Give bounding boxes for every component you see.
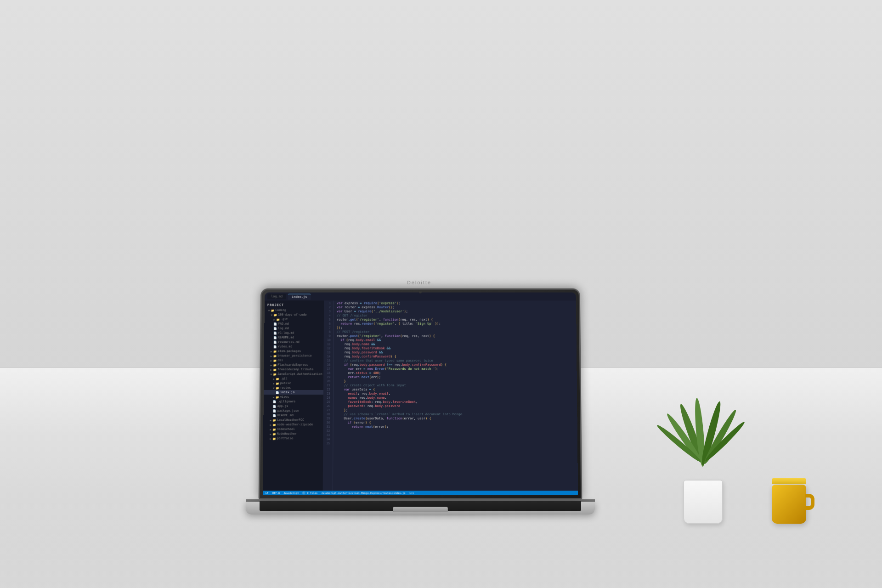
sidebar-item-label: freecodecamp_tribute <box>277 368 313 371</box>
sidebar-item-label: 100-days-of-code <box>278 313 306 317</box>
file-icon: 📄 <box>273 327 277 330</box>
sidebar-item-log[interactable]: 📄 log.md <box>264 326 324 331</box>
sidebar-item-gitignore[interactable]: 📄 .gitignore <box>264 399 323 404</box>
status-cursor: 1:1 <box>409 492 414 494</box>
folder-icon: 📁 <box>272 437 276 440</box>
sidebar-item-label: portfolio <box>277 436 293 440</box>
sidebar-item-atom[interactable]: ▶ 📁 atom-packages <box>264 349 324 353</box>
file-icon: 📄 <box>273 340 277 344</box>
webcam-dot <box>419 291 422 294</box>
file-icon: 📄 <box>273 400 276 403</box>
sidebar-item-appjs[interactable]: 📄 app.js <box>264 404 323 408</box>
mug-top <box>772 478 806 484</box>
tab-index-js[interactable]: index.js <box>288 294 311 300</box>
sidebar-item-resources[interactable]: 📄 resources.md <box>264 339 324 344</box>
sidebar-item-label: r1-log.md <box>278 331 294 335</box>
folder-icon: 📁 <box>273 354 276 357</box>
file-icon: 📄 <box>273 409 276 413</box>
plant <box>652 396 753 524</box>
sidebar-item-label: atom-packages <box>277 349 301 353</box>
yellow-mug <box>772 479 806 524</box>
sidebar-item-browser[interactable]: ▶ 📁 browser_persistence <box>264 353 324 358</box>
folder-icon: 📁 <box>273 359 276 362</box>
expand-arrow-icon: ▼ <box>273 386 275 390</box>
sidebar-item-views[interactable]: ▶ 📁 views <box>264 395 323 399</box>
sidebar-item-git2[interactable]: ▶ 📁 .git <box>264 376 323 381</box>
sidebar-item-faq[interactable]: 📄 FAQ.md <box>264 322 324 326</box>
file-icon: 📄 <box>273 331 277 334</box>
collapse-arrow-icon: ▶ <box>271 359 272 362</box>
sidebar-item-coding[interactable]: ▼ 📁 Coding <box>265 308 324 312</box>
collapse-arrow-icon: ▶ <box>271 354 272 357</box>
expand-arrow-icon: ▼ <box>271 313 273 316</box>
sidebar-item-label: resources.md <box>278 340 300 344</box>
sidebar-item-label: LocalWeatherFCC <box>277 418 304 422</box>
mug-body <box>772 485 806 524</box>
plant-foliage-svg <box>652 396 753 487</box>
collapse-arrow-icon: ▶ <box>273 317 275 321</box>
laptop-screen-lid: Deloitte. log.md index.js Project <box>259 288 582 500</box>
folder-icon: 📁 <box>273 363 276 367</box>
sidebar-item-freecodecamp[interactable]: ▶ 📁 freecodecamp_tribute <box>264 367 323 372</box>
editor-titlebar: log.md index.js <box>265 293 576 301</box>
file-icon: 📄 <box>276 391 279 394</box>
folder-icon: 📁 <box>273 313 277 316</box>
sidebar-item-label: README.md <box>278 336 294 339</box>
editor-body: Project ▼ 📁 Coding ▼ 📁 100-days-of-code <box>263 300 578 491</box>
sidebar-item-portfolio[interactable]: ▶ 📁 portfolio <box>263 436 323 441</box>
sidebar-item-label: .git <box>280 377 288 380</box>
file-icon: 📄 <box>273 405 276 408</box>
sidebar-item-indexjs[interactable]: 📄 index.js <box>264 390 323 395</box>
sidebar-item-nodeschool[interactable]: ▶ 📁 nodeschool <box>263 427 323 431</box>
sidebar-item-localweather[interactable]: ▶ 📁 LocalWeatherFCC <box>263 418 323 422</box>
collapse-arrow-icon: ▶ <box>270 418 271 422</box>
file-icon: 📄 <box>273 414 276 417</box>
sidebar-item-readme2[interactable]: 📄 README.md <box>263 413 323 418</box>
collapse-arrow-icon: ▶ <box>273 377 275 380</box>
sidebar-item-rules[interactable]: 📄 rules.md <box>264 344 324 349</box>
collapse-arrow-icon: ▶ <box>270 437 271 440</box>
folder-icon: 📁 <box>273 373 276 376</box>
sidebar-item-r1log[interactable]: 📄 r1-log.md <box>264 331 324 335</box>
code-editor: log.md index.js Project ▼ 📁 Coding <box>263 293 578 496</box>
folder-icon: 📁 <box>272 432 276 435</box>
sidebar-item-label: rules.md <box>278 345 292 348</box>
status-bar: LF UTF-8 JavaScript ⓪ 0 files JavaScript… <box>263 491 578 495</box>
sidebar-item-routes[interactable]: ▼ 📁 routes <box>264 385 323 390</box>
sidebar-item-git[interactable]: ▶ 📁 .git <box>265 317 324 322</box>
sidebar-item-100days[interactable]: ▼ 📁 100-days-of-code <box>265 312 324 317</box>
sidebar-item-nodeweather-zip[interactable]: ▶ 📁 node-weather-zipcode <box>263 422 323 427</box>
folder-icon: 📁 <box>272 423 276 426</box>
sidebar-item-label: JavaScript-Authentication <box>277 372 322 376</box>
mug-handle <box>805 494 814 510</box>
sidebar-item-c01[interactable]: ▶ 📁 c01 <box>264 358 324 362</box>
file-icon: 📄 <box>273 322 277 325</box>
folder-icon: 📁 <box>276 395 279 398</box>
sidebar-item-label: FlashcardsExpress <box>277 363 308 367</box>
sidebar-item-label: c01 <box>277 358 283 362</box>
collapse-arrow-icon: ▶ <box>271 363 272 367</box>
file-tree-sidebar: Project ▼ 📁 Coding ▼ 📁 100-days-of-code <box>263 300 324 491</box>
folder-icon: 📁 <box>276 386 279 390</box>
file-icon: 📄 <box>273 345 277 348</box>
sidebar-item-packagejson[interactable]: 📄 package.json <box>264 408 323 413</box>
status-language: JavaScript <box>283 492 299 494</box>
sidebar-item-label: NodeWeather <box>277 432 297 435</box>
folder-icon: 📁 <box>276 377 279 380</box>
expand-arrow-icon: ▼ <box>270 373 272 376</box>
sidebar-item-readme[interactable]: 📄 README.md <box>264 335 324 340</box>
sidebar-item-label: log.md <box>278 327 288 330</box>
code-editor-area[interactable]: 1234 5678 9101112 13141516 17181920 2122… <box>323 300 578 491</box>
sidebar-item-label: README.md <box>277 413 294 417</box>
laptop-base <box>246 502 595 514</box>
sidebar-item-jsauth[interactable]: ▼ 📁 JavaScript-Authentication <box>264 372 323 376</box>
folder-icon: 📁 <box>271 309 274 312</box>
folder-icon: 📁 <box>273 368 276 371</box>
sidebar-item-public[interactable]: ▶ 📁 public <box>264 381 323 385</box>
folder-icon: 📁 <box>272 418 276 422</box>
status-lf: LF <box>266 492 269 494</box>
sidebar-item-nodeweather[interactable]: ▶ 📁 NodeWeather <box>263 431 323 436</box>
file-icon: 📄 <box>273 336 277 339</box>
tab-log-md[interactable]: log.md <box>267 294 286 300</box>
sidebar-item-flashcards[interactable]: ▶ 📁 FlashcardsExpress <box>264 362 324 367</box>
